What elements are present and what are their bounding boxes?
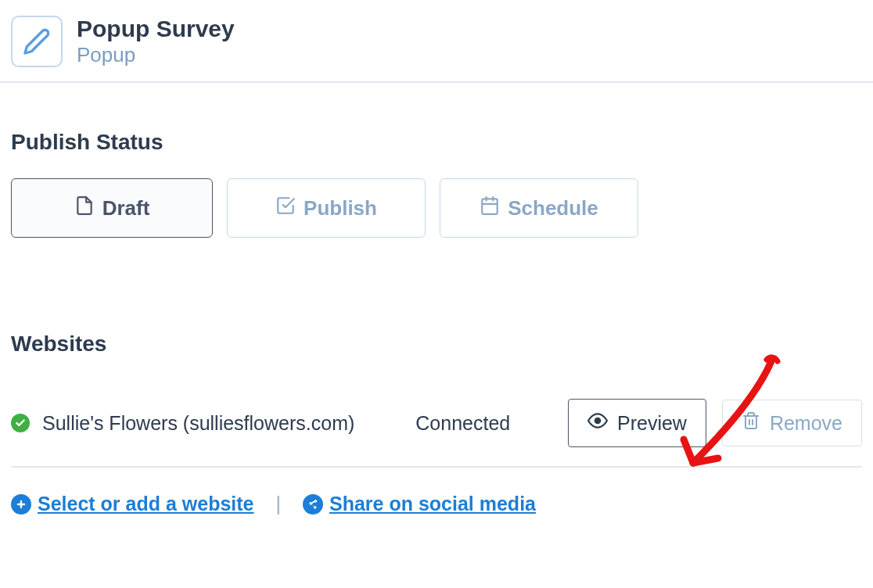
websites-heading: Websites: [11, 332, 862, 357]
header-text: Popup Survey Popup: [77, 16, 235, 67]
website-row: Sullie's Flowers (sulliesflowers.com) Co…: [11, 380, 862, 468]
plus-circle-icon: [11, 494, 31, 514]
add-website-link[interactable]: Select or add a website: [11, 493, 254, 515]
draft-label: Draft: [102, 196, 150, 220]
share-social-label: Share on social media: [329, 493, 536, 515]
pencil-icon: [11, 16, 63, 67]
remove-label: Remove: [770, 412, 842, 435]
campaign-type: Popup: [77, 43, 235, 67]
share-circle-icon: [303, 494, 323, 514]
check-square-icon: [275, 195, 296, 221]
publish-button[interactable]: Publish: [227, 178, 426, 238]
remove-button[interactable]: Remove: [722, 400, 862, 446]
status-button-group: Draft Publish Schedule: [11, 178, 862, 238]
preview-label: Preview: [617, 412, 687, 435]
connection-status: Connected: [415, 412, 510, 435]
website-name: Sullie's Flowers (sulliesflowers.com): [42, 412, 354, 435]
share-social-link[interactable]: Share on social media: [303, 493, 536, 515]
campaign-header: Popup Survey Popup: [11, 16, 862, 81]
actions-separator: |: [276, 493, 282, 515]
schedule-label: Schedule: [508, 196, 598, 220]
preview-button[interactable]: Preview: [568, 399, 706, 447]
svg-rect-0: [482, 199, 498, 214]
divider: [0, 81, 873, 83]
schedule-button[interactable]: Schedule: [440, 178, 638, 238]
website-actions: Select or add a website | Share on socia…: [11, 493, 862, 515]
check-circle-icon: [11, 414, 30, 432]
eye-icon: [587, 411, 608, 436]
file-icon: [74, 194, 95, 223]
publish-status-heading: Publish Status: [11, 130, 862, 155]
calendar-icon: [480, 195, 500, 221]
svg-point-4: [595, 418, 601, 424]
publish-label: Publish: [304, 196, 377, 220]
draft-button[interactable]: Draft: [11, 178, 213, 238]
campaign-title: Popup Survey: [77, 16, 235, 41]
trash-icon: [742, 411, 760, 435]
add-website-label: Select or add a website: [38, 493, 254, 515]
